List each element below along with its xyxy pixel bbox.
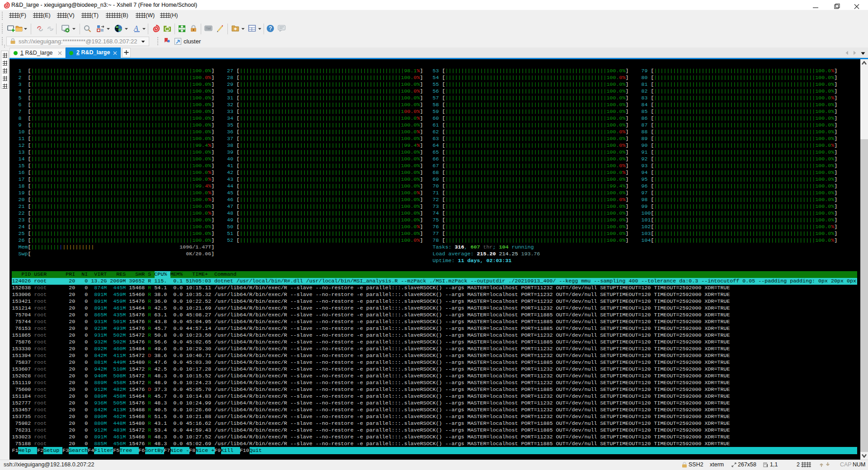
svg-text:A: A [133,24,138,32]
svg-text:?: ? [269,25,272,32]
